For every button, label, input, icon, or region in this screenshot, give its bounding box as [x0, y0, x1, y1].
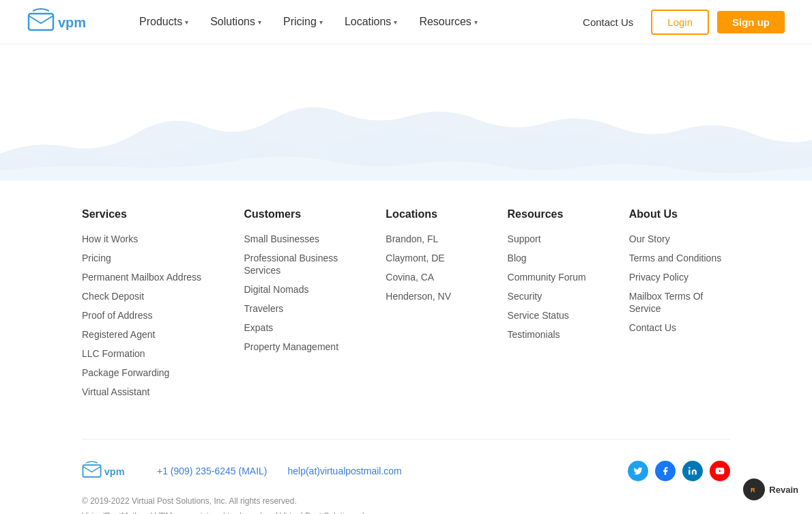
chevron-down-icon: ▾: [474, 18, 478, 26]
copyright-text: © 2019-2022 Virtual Post Solutions, Inc.…: [82, 494, 730, 509]
logo[interactable]: vpm: [27, 8, 102, 35]
list-item: Pricing: [82, 252, 224, 264]
footer-heading-customers: Customers: [244, 208, 366, 220]
nav-links: Products ▾ Solutions ▾ Pricing ▾ Locatio…: [130, 10, 573, 33]
nav-pricing[interactable]: Pricing ▾: [274, 10, 332, 33]
svg-rect-0: [29, 14, 53, 30]
revain-label: Revain: [769, 485, 798, 495]
footer-col-resources: Resources Support Blog Community Forum S…: [508, 208, 609, 405]
list-item: Privacy Policy: [629, 271, 730, 283]
list-item: Security: [508, 290, 609, 302]
list-item: Service Status: [508, 309, 609, 322]
svg-text:R: R: [751, 487, 755, 494]
list-item: Covina, CA: [386, 271, 487, 283]
list-item: Blog: [508, 252, 609, 264]
footer-list-services: How it Works Pricing Permanent Mailbox A…: [82, 233, 224, 398]
linkedin-icon[interactable]: [682, 461, 703, 481]
footer-heading-services: Services: [82, 208, 224, 220]
footer-phone[interactable]: +1 (909) 235-6245 (MAIL): [157, 466, 267, 476]
svg-text:vpm: vpm: [58, 15, 86, 30]
list-item: Mailbox Terms Of Service: [629, 290, 730, 315]
list-item: Registered Agent: [82, 328, 224, 341]
list-item: How it Works: [82, 233, 224, 245]
list-item: Contact Us: [629, 322, 730, 334]
footer-list-resources: Support Blog Community Forum Security Se…: [508, 233, 609, 341]
list-item: Proof of Address: [82, 309, 224, 322]
footer-heading-about: About Us: [629, 208, 730, 220]
login-button[interactable]: Login: [651, 10, 709, 35]
footer-email[interactable]: help(at)virtualpostmail.com: [287, 466, 401, 476]
list-item: Travelers: [244, 302, 366, 315]
hero-area: [0, 44, 812, 181]
footer-col-services: Services How it Works Pricing Permanent …: [82, 208, 224, 405]
list-item: Our Story: [629, 233, 730, 245]
footer-col-about: About Us Our Story Terms and Conditions …: [629, 208, 730, 405]
footer-list-locations: Brandon, FL Claymont, DE Covina, CA Hend…: [386, 233, 487, 302]
chevron-down-icon: ▾: [258, 18, 261, 26]
navbar: vpm Products ▾ Solutions ▾ Pricing ▾ Loc…: [0, 0, 812, 44]
social-icons: [628, 461, 730, 481]
list-item: Small Businesses: [244, 233, 366, 245]
footer-col-locations: Locations Brandon, FL Claymont, DE Covin…: [386, 208, 487, 405]
svg-point-4: [688, 467, 690, 468]
footer-heading-locations: Locations: [386, 208, 487, 220]
revain-badge: R Revain: [743, 479, 798, 500]
list-item: Testimonials: [508, 328, 609, 341]
footer-logo-area: vpm +1 (909) 235-6245 (MAIL) help(at)vir…: [82, 459, 402, 483]
footer-logo: vpm: [82, 459, 136, 483]
nav-solutions[interactable]: Solutions ▾: [201, 10, 271, 33]
list-item: Brandon, FL: [386, 233, 487, 245]
list-item: Support: [508, 233, 609, 245]
list-item: LLC Formation: [82, 347, 224, 360]
nav-locations[interactable]: Locations ▾: [335, 10, 407, 33]
list-item: Permanent Mailbox Address: [82, 271, 224, 283]
svg-text:vpm: vpm: [104, 466, 125, 477]
nav-products[interactable]: Products ▾: [130, 10, 198, 33]
list-item: Virtual Assistant: [82, 386, 224, 398]
footer-bottom-top: vpm +1 (909) 235-6245 (MAIL) help(at)vir…: [82, 459, 730, 483]
list-item: Property Management: [244, 341, 366, 353]
list-item: Package Forwarding: [82, 367, 224, 379]
chevron-down-icon: ▾: [394, 18, 397, 26]
facebook-icon[interactable]: [655, 461, 676, 481]
list-item: Community Forum: [508, 271, 609, 283]
chevron-down-icon: ▾: [185, 18, 188, 26]
footer-heading-resources: Resources: [508, 208, 609, 220]
list-item: Claymont, DE: [386, 252, 487, 264]
svg-rect-2: [83, 465, 100, 476]
footer-list-customers: Small Businesses Professional Business S…: [244, 233, 366, 353]
contact-us-link[interactable]: Contact Us: [573, 11, 643, 33]
twitter-icon[interactable]: [628, 461, 648, 481]
nav-right: Contact Us Login Sign up: [573, 10, 785, 35]
footer-col-customers: Customers Small Businesses Professional …: [244, 208, 366, 405]
youtube-icon[interactable]: [710, 461, 730, 481]
footer-columns: Services How it Works Pricing Permanent …: [82, 208, 730, 405]
nav-resources[interactable]: Resources ▾: [409, 10, 487, 33]
footer-legal: © 2019-2022 Virtual Post Solutions, Inc.…: [82, 494, 730, 514]
trademark-text: VirtualPostMail and VPM are registered t…: [82, 509, 730, 514]
footer-contact-info: +1 (909) 235-6245 (MAIL) help(at)virtual…: [157, 466, 402, 476]
list-item: Digital Nomads: [244, 283, 366, 296]
signup-button[interactable]: Sign up: [717, 11, 785, 33]
list-item: Professional Business Services: [244, 252, 366, 276]
chevron-down-icon: ▾: [319, 18, 323, 26]
list-item: Henderson, NV: [386, 290, 487, 302]
list-item: Check Deposit: [82, 290, 224, 302]
revain-logo: R: [743, 479, 765, 500]
footer-list-about: Our Story Terms and Conditions Privacy P…: [629, 233, 730, 334]
list-item: Expats: [244, 322, 366, 334]
footer-bottom: vpm +1 (909) 235-6245 (MAIL) help(at)vir…: [82, 439, 730, 514]
list-item: Terms and Conditions: [629, 252, 730, 264]
footer: Services How it Works Pricing Permanent …: [0, 181, 812, 514]
